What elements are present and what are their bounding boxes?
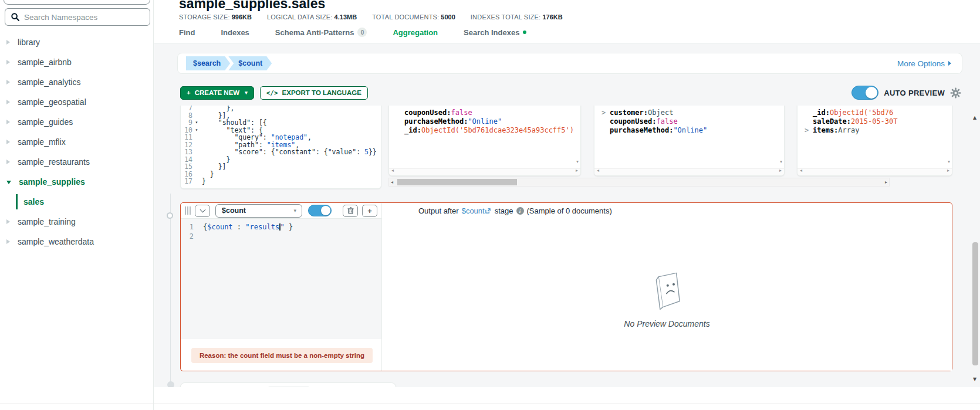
scroll-down-icon[interactable]: ▾ (780, 157, 782, 166)
scroll-down-icon[interactable]: ▾ (948, 157, 950, 166)
create-new-button[interactable]: + CREATE NEW ▾ (180, 86, 254, 100)
count-docs-link[interactable]: $count (462, 206, 492, 215)
code-line: 17} (181, 178, 381, 185)
info-icon[interactable]: i (516, 207, 524, 215)
aggregation-workspace: $search$count More Options + CREATE NEW … (154, 43, 980, 387)
field-indent (601, 126, 610, 135)
preview-document-card: couponUsed: falsepurchaseMethod: "Online… (388, 106, 581, 176)
caret-right-icon[interactable] (6, 219, 10, 224)
namespace-search-placeholder: Search Namespaces (24, 13, 97, 22)
stage-chip-search[interactable]: $search (186, 56, 230, 70)
more-options-link[interactable]: More Options (897, 59, 951, 68)
preview-horizontal-scrollbar[interactable]: ◂ ▸ (388, 178, 890, 187)
scroll-right-icon[interactable]: ▸ (947, 166, 949, 175)
drag-handle-icon[interactable] (185, 206, 191, 215)
scroll-right-icon[interactable]: ▸ (576, 166, 578, 175)
stage-operator-select[interactable]: $count ▾ (215, 204, 302, 218)
sidebar-item-library[interactable]: library (0, 32, 153, 52)
connection-input[interactable] (4, 0, 150, 5)
caret-right-icon[interactable] (6, 100, 10, 104)
fold-gutter (194, 232, 202, 242)
document-field: >customer: Object (601, 109, 780, 117)
add-stage-card[interactable] (180, 382, 396, 387)
sidebar-item-sample_airbnb[interactable]: sample_airbnb (0, 52, 153, 72)
tab-label: Schema Anti-Patterns (275, 28, 354, 37)
sidebar-item-sample_restaurants[interactable]: sample_restaurants (0, 152, 153, 172)
sidebar-item-sample_training[interactable]: sample_training (0, 212, 153, 232)
expand-caret-icon[interactable]: > (601, 109, 610, 117)
sidebar-item-sample_analytics[interactable]: sample_analytics (0, 72, 153, 92)
fold-gutter (192, 106, 201, 112)
field-key: _id: (813, 109, 830, 117)
stat-label: TOTAL DOCUMENTS: (372, 13, 439, 21)
tab-schema-anti-patterns[interactable]: Schema Anti-Patterns0 (275, 28, 367, 37)
document-field: couponUsed: false (601, 117, 780, 126)
stat-value: 4.13MB (334, 13, 357, 21)
code-token: } (202, 177, 206, 185)
namespace-search-input[interactable]: Search Namespaces (5, 8, 150, 26)
fold-caret-icon[interactable]: ▾ (192, 119, 201, 127)
field-key: customer: (610, 109, 648, 117)
collapse-stage-button[interactable] (195, 205, 210, 217)
chevron-down-icon (200, 206, 205, 212)
tab-aggregation[interactable]: Aggregation (393, 28, 438, 37)
sidebar-item-label: sample_analytics (18, 77, 80, 87)
auto-preview-toggle[interactable] (851, 86, 878, 100)
expand-caret-icon[interactable]: > (805, 126, 813, 135)
scroll-right-icon[interactable]: ▸ (779, 166, 782, 175)
sidebar-item-sample_guides[interactable]: sample_guides (0, 112, 153, 132)
page-title: sample_supplies.sales (179, 0, 325, 12)
code-token: "value" (328, 148, 356, 156)
count-stage-code-editor[interactable]: 1{$count : "results" }2 (181, 219, 381, 339)
scroll-up-icon[interactable]: ▲ (973, 115, 976, 120)
line-number: 15 (181, 163, 192, 171)
caret-right-icon[interactable] (6, 80, 10, 84)
gear-icon[interactable] (950, 87, 961, 99)
caret-right-icon[interactable] (6, 160, 10, 164)
tab-search-indexes[interactable]: Search Indexes (464, 28, 526, 37)
sidebar-item-sample_supplies[interactable]: sample_supplies (0, 172, 153, 192)
fold-gutter (192, 163, 201, 171)
caret-right-icon[interactable] (6, 239, 10, 244)
stat-item: STORAGE SIZE:996KB (179, 13, 252, 21)
document-fields: couponUsed: falsepurchaseMethod: "Online… (389, 106, 580, 135)
card-scroll-track (594, 168, 784, 175)
caret-right-icon[interactable] (6, 60, 10, 65)
scroll-left-icon[interactable]: ◂ (391, 166, 394, 175)
sidebar-item-sales[interactable]: sales (0, 192, 153, 212)
trash-icon (347, 207, 354, 214)
collection-tabs: FindIndexesSchema Anti-Patterns0Aggregat… (179, 28, 526, 37)
caret-right-icon[interactable] (6, 40, 10, 45)
sidebar-item-label: library (18, 38, 40, 47)
scrollbar-thumb[interactable] (397, 179, 517, 185)
stage-chip-count[interactable]: $count (228, 56, 272, 70)
scroll-left-icon[interactable]: ◂ (391, 179, 393, 185)
stat-label: LOGICAL DATA SIZE: (267, 13, 333, 21)
tab-find[interactable]: Find (179, 28, 195, 37)
caret-right-icon[interactable] (6, 120, 10, 124)
scroll-left-icon[interactable]: ◂ (597, 166, 599, 175)
delete-stage-button[interactable] (343, 205, 358, 217)
sidebar-item-sample_geospatial[interactable]: sample_geospatial (0, 92, 153, 112)
tab-label: Aggregation (393, 28, 438, 37)
sidebar-item-sample_mflix[interactable]: sample_mflix (0, 132, 153, 152)
caret-right-icon (948, 61, 951, 66)
tab-label: Indexes (221, 28, 249, 37)
caret-down-icon[interactable] (6, 181, 11, 184)
output-header-suffix: stage (495, 206, 513, 215)
stage-enabled-toggle[interactable] (308, 205, 332, 216)
window-vertical-scrollbar[interactable]: ▲ ▼ (971, 106, 980, 387)
fold-caret-icon[interactable]: ▾ (192, 127, 201, 134)
scroll-down-icon[interactable]: ▼ (973, 377, 976, 382)
caret-right-icon[interactable] (6, 140, 10, 144)
scroll-down-icon[interactable]: ▾ (576, 157, 579, 166)
scroll-right-icon[interactable]: ▸ (885, 179, 887, 185)
add-stage-button[interactable]: + (362, 205, 377, 217)
pipeline-options-bar: $search$count More Options (177, 53, 962, 74)
export-to-language-button[interactable]: </> EXPORT TO LANGUAGE (260, 86, 368, 100)
scroll-left-icon[interactable]: ◂ (800, 166, 802, 175)
scrollbar-thumb[interactable] (972, 242, 978, 365)
tab-indexes[interactable]: Indexes (221, 28, 249, 37)
sidebar-item-sample_weatherdata[interactable]: sample_weatherdata (0, 232, 153, 252)
search-stage-editor[interactable]: 7 },8 }],9▾ "should": [{10▾ "text": {11 … (180, 106, 381, 189)
